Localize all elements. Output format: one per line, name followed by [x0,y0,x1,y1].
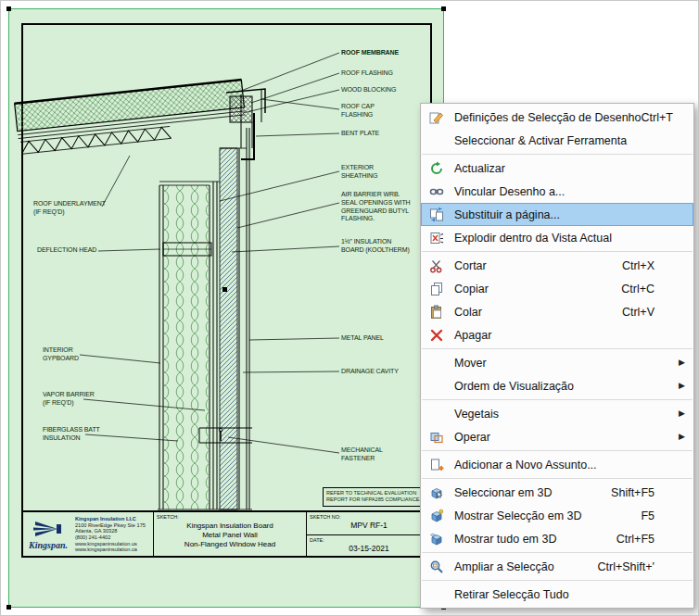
menu-item-label: Ampliar a Selecção [454,560,554,573]
menu-separator [422,251,693,252]
menu-item-label: Seleccionar em 3D [454,486,553,499]
menu-item-label: Substituir a página... [454,208,560,221]
title-block-meta-cell: SKETCH NO: MPV RF-1 DATE: 03-15-2021 [306,512,431,557]
icon-spacer [426,587,447,602]
company-name: Kingspan Insulation LLC [75,516,146,522]
menu-item-operate[interactable]: Operar ▶ [421,425,693,448]
annotation-air-barrier: AIR BARRIER WRB. SEAL OPENINGS WITH GREE… [341,191,411,223]
date-row: DATE: 03-15-2021 [307,534,431,558]
submenu-arrow-icon: ▶ [679,433,685,441]
app-canvas: ROOF MEMBRANE ROOF FLASHING WOOD BLOCKIN… [0,0,699,616]
lighthouse-beams-icon [30,520,67,538]
drawing-page[interactable]: ROOF MEMBRANE ROOF FLASHING WOOD BLOCKIN… [9,9,443,607]
kingspan-logo-text: Kingspan. [24,540,72,550]
icon-spacer [426,133,447,148]
context-menu: Definições de Selecção de Desenho Ctrl+T… [420,103,694,609]
menu-item-select-activate-tool[interactable]: Seleccionar & Activar Ferramenta [421,129,693,152]
menu-item-label: Adicionar a Novo Assunto... [454,459,597,471]
annotation-roof-membrane: ROOF MEMBRANE [341,49,399,57]
operate-icon [426,430,447,445]
menu-item-paste[interactable]: Colar Ctrl+V [421,300,693,323]
submenu-arrow-icon: ▶ [679,358,685,367]
annotation-drainage-cavity: DRAINAGE CAVITY [341,368,399,376]
roof-assembly [15,80,247,154]
scissors-icon [426,258,447,273]
selection-handle[interactable] [6,605,11,610]
menu-item-cut[interactable]: Cortar Ctrl+X [421,254,693,277]
menu-item-label: Actualizar [454,162,505,175]
cube-highlight-icon [426,509,447,523]
icon-spacer [426,379,447,394]
annotation-metal-panel: METAL PANEL [341,334,384,343]
menu-separator [422,348,693,349]
add-subject-icon [426,458,447,472]
menu-item-drawing-settings[interactable]: Definições de Selecção de Desenho Ctrl+T [421,106,693,129]
menu-item-zoom-selection[interactable]: Ampliar a Selecção Ctrl+Shift+' [421,555,693,578]
menu-item-label: Ordem de Visualização [454,380,574,393]
annotation-roof-cap-flashing: ROOF CAP FLASHING [341,103,375,119]
delete-x-icon [426,328,447,343]
menu-item-label: Apagar [454,329,491,342]
menu-item-display-order[interactable]: Ordem de Visualização ▶ [421,374,693,397]
company-website-us: www.kingspaninsulation.us [75,541,146,547]
menu-item-shortcut: Ctrl+Shift+' [598,560,686,573]
annotation-mechanical-fastener: MECHANICAL FASTENER [341,446,383,463]
icon-spacer [426,356,447,371]
annotation-roof-flashing: ROOF FLASHING [341,69,393,78]
address-line-2: Atlanta, GA 30328 [75,528,146,534]
sketch-label: SKETCH: [157,514,179,520]
selection-handle[interactable] [6,6,11,11]
menu-item-replace-page[interactable]: Substituir a página... [421,203,693,226]
icon-spacer [426,407,447,421]
menu-item-layers[interactable]: Vegetais ▶ [421,402,693,425]
menu-separator [422,552,693,553]
menu-separator [422,154,693,155]
menu-item-label: Explodir dentro da Vista Actual [454,232,612,245]
menu-item-copy[interactable]: Copiar Ctrl+C [421,277,693,300]
cubes-icon [426,532,447,547]
menu-item-show-selection-3d[interactable]: Mostrar Selecção em 3D F5 [421,504,693,527]
sketch-no-value: MPV RF-1 [307,521,431,530]
link-icon [426,184,447,199]
annotation-fiberglass-batt: FIBERGLASS BATT INSULATION [43,426,100,443]
sketch-no-row: SKETCH NO: MPV RF-1 [307,512,431,534]
menu-item-link-drawing[interactable]: Vincular Desenho a... [421,180,693,203]
menu-item-label: Retirar Selecção Tudo [454,588,569,601]
menu-item-delete[interactable]: Apagar [421,323,693,346]
menu-item-explode[interactable]: Explodir dentro da Vista Actual [421,226,693,249]
clipboard-icon [426,305,447,320]
selection-handle[interactable] [441,6,446,11]
menu-item-update[interactable]: Actualizar [421,157,693,180]
annotation-deflection-head: DEFLECTION HEAD [37,246,96,255]
annotation-interior-gypboard: INTERIOR GYPBOARD [43,346,79,363]
date-value: 03-15-2021 [307,544,431,553]
menu-item-label: Vegetais [454,408,499,421]
sketch-title: Kingspan Insulation Board Metal Panel Wa… [158,522,302,549]
annotation-exterior-sheathing: EXTERIOR SHEATHING [341,164,377,181]
menu-item-shortcut: Ctrl+T [642,111,699,124]
kingspan-logo: Kingspan. [24,520,72,550]
menu-item-move[interactable]: Mover ▶ [421,351,693,374]
title-block-company-cell: Kingspan. Kingspan Insulation LLC 2100 R… [22,512,153,557]
annotation-roof-underlayment: ROOF UNDERLAYMENT (IF REQ'D) [33,200,106,217]
menu-item-select-in-3d[interactable]: Seleccionar em 3D Shift+F5 [421,481,693,504]
cube-cursor-icon [426,485,447,500]
menu-item-label: Definições de Selecção de Desenho [454,111,642,124]
company-website-ca: www.kingspaninsulation.ca [75,547,146,553]
menu-item-label: Seleccionar & Activar Ferramenta [454,134,627,147]
menu-item-deselect-all[interactable]: Retirar Selecção Tudo [421,583,693,606]
menu-item-add-to-new-subject[interactable]: Adicionar a Novo Assunto... [421,453,693,476]
selection-handle-center[interactable] [222,287,227,292]
menu-separator [422,478,693,479]
sketch-no-label: SKETCH NO: [310,514,341,520]
menu-item-label: Mostrar Selecção em 3D [454,509,582,522]
pen-settings-icon [426,110,447,125]
menu-item-label: Vincular Desenho a... [454,185,565,198]
annotation-insulation-board: 1½" INSULATION BOARD (KOOLTHERM) [341,238,410,255]
menu-item-show-all-3d[interactable]: Mostrar tudo em 3D Ctrl+F5 [421,527,693,550]
menu-item-shortcut: Ctrl+X [622,259,686,272]
wall-assembly [158,128,252,509]
menu-item-label: Mostrar tudo em 3D [454,533,556,546]
menu-item-shortcut: Shift+F5 [611,486,686,499]
menu-separator [422,450,693,451]
